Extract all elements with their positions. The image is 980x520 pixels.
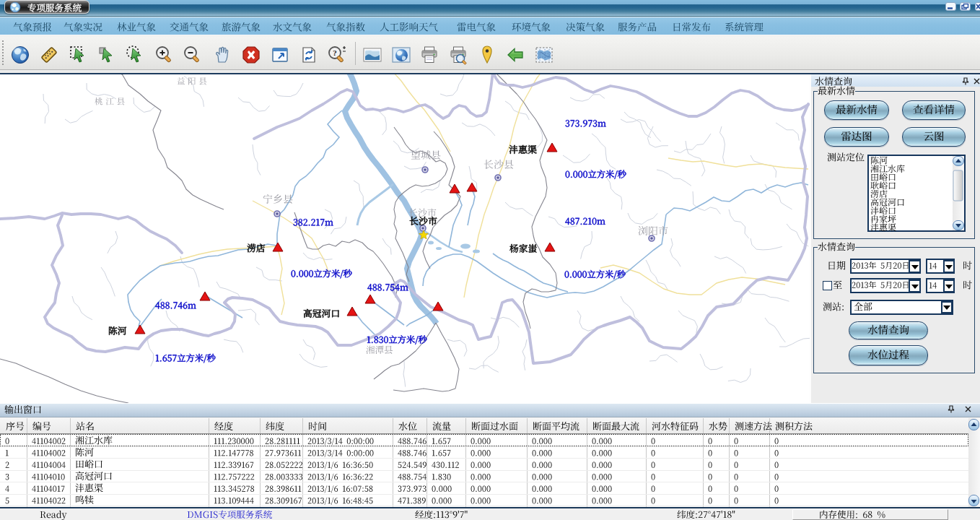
svg-text:?: ?: [333, 48, 337, 57]
